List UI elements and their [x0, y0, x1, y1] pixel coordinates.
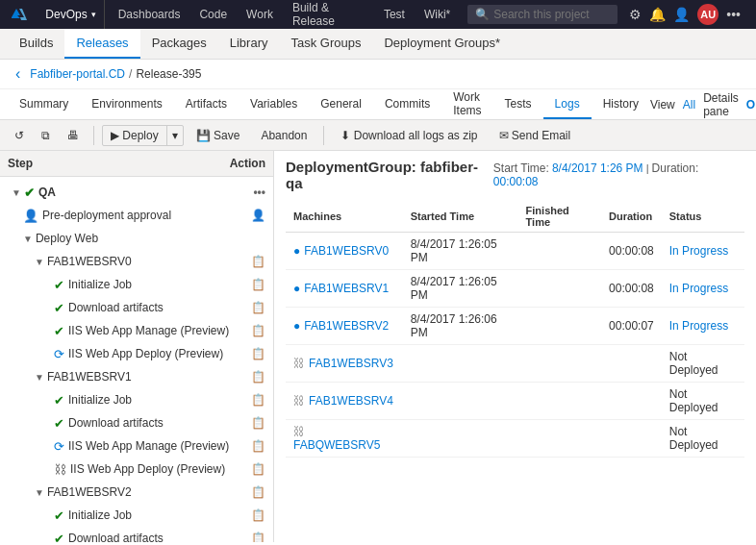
nav-dashboards[interactable]: Dashboards — [109, 0, 190, 29]
machine-link-1[interactable]: FAB1WEBSRV1 — [304, 282, 389, 295]
search-box[interactable]: 🔍 — [467, 5, 617, 24]
nav-build-release[interactable]: Build & Release — [283, 0, 374, 29]
more-icon[interactable]: ••• — [726, 7, 741, 22]
view-all-link[interactable]: All — [683, 98, 695, 111]
tab-general[interactable]: General — [309, 89, 373, 119]
download-2-label: Download artifacts — [68, 532, 251, 542]
qa-more-icon[interactable]: ••• — [253, 186, 265, 199]
machine-link-4[interactable]: FAB1WEBSRV4 — [309, 394, 393, 408]
fab1websrv2-chevron[interactable]: ▼ — [35, 487, 44, 498]
breadcrumb-separator: / — [129, 67, 132, 81]
top-navbar: DevOps ▾ Dashboards Code Work Build & Re… — [0, 0, 756, 29]
iis-deploy-0-icon: ⟳ — [54, 347, 64, 361]
step-iis-deploy-0[interactable]: ⟳ IIS Web App Deploy (Preview) 📋 — [0, 342, 273, 365]
send-email-button[interactable]: ✉ Send Email — [491, 125, 580, 146]
status-cell-3: Not Deployed — [662, 345, 744, 383]
finished-cell-5 — [518, 420, 601, 458]
nav-work[interactable]: Work — [237, 0, 283, 29]
init-job-1-action: 📋 — [251, 393, 265, 407]
step-iis-manage-0[interactable]: ✔ IIS Web App Manage (Preview) 📋 — [0, 319, 273, 342]
azure-logo — [8, 3, 30, 26]
save-button[interactable]: 💾 Save — [188, 125, 249, 146]
user-icon[interactable]: 👤 — [673, 7, 690, 22]
print-button[interactable]: 🖶 — [61, 125, 86, 146]
tab-logs[interactable]: Logs — [543, 89, 592, 119]
step-fab1websrv0-group[interactable]: ▼ FAB1WEBSRV0 📋 — [0, 250, 273, 273]
deploy-web-chevron[interactable]: ▼ — [23, 234, 33, 244]
step-iis-deploy-1[interactable]: ⛓ IIS Web App Deploy (Preview) 📋 — [0, 458, 273, 481]
machine-cell: ●FAB1WEBSRV0 — [286, 233, 403, 270]
step-column-header: Step — [8, 157, 33, 170]
tab-variables[interactable]: Variables — [239, 89, 309, 119]
col-finished: Finished Time — [518, 201, 601, 233]
finished-cell-2 — [518, 308, 601, 345]
iis-manage-1-label: IIS Web App Manage (Preview) — [68, 439, 251, 453]
qa-status-icon: ✔ — [24, 186, 35, 200]
toolbar-separator-2 — [323, 126, 324, 145]
details-pane-toggle[interactable]: On — [746, 98, 756, 111]
tab-commits[interactable]: Commits — [373, 89, 441, 119]
finished-cell-4 — [518, 383, 601, 420]
duration-cell-4 — [601, 383, 662, 420]
fab1websrv0-chevron[interactable]: ▼ — [35, 257, 44, 267]
qa-label: QA — [38, 186, 253, 199]
machine-link-0[interactable]: FAB1WEBSRV0 — [304, 244, 389, 258]
step-predeployment[interactable]: 👤 Pre-deployment approval 👤 — [0, 204, 273, 227]
tab-artifacts[interactable]: Artifacts — [174, 89, 239, 119]
download-logs-button[interactable]: ⬇ Download all logs as zip — [332, 125, 486, 146]
settings-icon[interactable]: ⚙ — [629, 7, 642, 22]
tab-work-items[interactable]: Work Items — [441, 89, 492, 119]
back-button[interactable]: ‹ — [15, 65, 20, 83]
pipeline-link[interactable]: Fabfiber-portal.CD — [30, 67, 125, 81]
tab-history[interactable]: History — [592, 89, 650, 119]
notifications-icon[interactable]: 🔔 — [649, 7, 666, 22]
machine-link-2[interactable]: FAB1WEBSRV2 — [304, 319, 389, 333]
subnav-packages[interactable]: Packages — [140, 29, 218, 59]
duration-value: 00:00:08 — [493, 175, 539, 188]
step-download-artifacts-0[interactable]: ✔ Download artifacts 📋 — [0, 296, 273, 319]
download-0-label: Download artifacts — [68, 301, 251, 314]
tab-summary[interactable]: Summary — [8, 89, 80, 119]
step-fab1websrv2-group[interactable]: ▼ FAB1WEBSRV2 📋 — [0, 481, 273, 504]
subnav-deployment-groups[interactable]: Deployment Groups* — [372, 29, 512, 59]
nav-test[interactable]: Test — [374, 0, 415, 29]
predeployment-icon: 👤 — [23, 209, 38, 223]
step-download-artifacts-2[interactable]: ✔ Download artifacts 📋 — [0, 527, 273, 542]
devops-label[interactable]: DevOps ▾ — [38, 0, 104, 29]
deploy-dropdown-button[interactable]: ▾ — [166, 126, 183, 145]
nav-code[interactable]: Code — [189, 0, 237, 29]
search-input[interactable] — [493, 8, 609, 21]
step-init-job-1[interactable]: ✔ Initialize Job 📋 — [0, 388, 273, 411]
step-iis-manage-1[interactable]: ⟳ IIS Web App Manage (Preview) 📋 — [0, 434, 273, 458]
step-init-job-0[interactable]: ✔ Initialize Job 📋 — [0, 273, 273, 296]
view-label: View — [650, 98, 675, 111]
col-started: Started Time — [403, 201, 518, 233]
tab-tests[interactable]: Tests — [493, 89, 543, 119]
deploy-button[interactable]: ▶ Deploy — [103, 126, 166, 145]
step-qa[interactable]: ▼ ✔ QA ••• — [0, 181, 273, 204]
machine-link-5[interactable]: FABQWEBSRV5 — [293, 438, 380, 452]
qa-chevron[interactable]: ▼ — [12, 187, 21, 198]
step-fab1websrv1-group[interactable]: ▼ FAB1WEBSRV1 📋 — [0, 365, 273, 388]
step-download-artifacts-1[interactable]: ✔ Download artifacts 📋 — [0, 411, 273, 434]
fab1websrv1-chevron[interactable]: ▼ — [35, 372, 44, 383]
subnav-library[interactable]: Library — [218, 29, 280, 59]
machine-link-3[interactable]: FAB1WEBSRV3 — [309, 357, 393, 370]
download-0-icon: ✔ — [54, 301, 64, 315]
refresh-button[interactable]: ↺ — [8, 125, 31, 146]
subnav-builds[interactable]: Builds — [8, 29, 64, 59]
finished-cell-0 — [518, 233, 601, 270]
subnav-task-groups[interactable]: Task Groups — [279, 29, 372, 59]
status-cell-5: Not Deployed — [662, 420, 744, 458]
init-job-2-action: 📋 — [251, 508, 265, 522]
avatar[interactable]: AU — [697, 4, 718, 25]
clone-button[interactable]: ⧉ — [35, 125, 57, 146]
abandon-button[interactable]: Abandon — [252, 125, 315, 146]
nav-wiki[interactable]: Wiki* — [415, 0, 460, 29]
iis-deploy-1-action: 📋 — [251, 462, 265, 476]
step-deploy-web[interactable]: ▼ Deploy Web — [0, 227, 273, 250]
machine-cell: ⛓FABQWEBSRV5 — [286, 420, 403, 458]
step-init-job-2[interactable]: ✔ Initialize Job 📋 — [0, 504, 273, 527]
subnav-releases[interactable]: Releases — [64, 29, 139, 59]
tab-environments[interactable]: Environments — [80, 89, 173, 119]
